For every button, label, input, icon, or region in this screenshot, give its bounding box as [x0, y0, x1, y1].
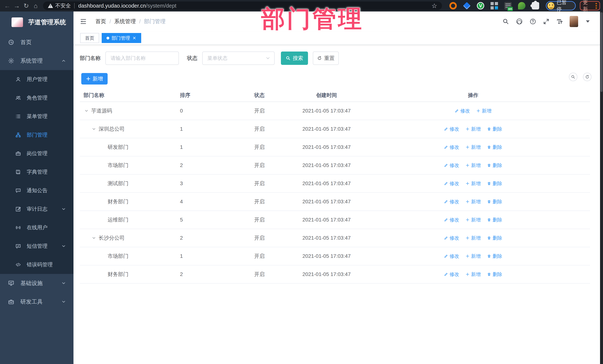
refresh-table-button[interactable]	[583, 73, 591, 81]
row-delete-link[interactable]: 删除	[487, 271, 502, 278]
toggle-search-button[interactable]	[569, 73, 577, 81]
row-delete-link[interactable]: 删除	[487, 180, 502, 187]
row-delete-link[interactable]: 删除	[487, 217, 502, 223]
sidebar-item-13[interactable]: 基础设施	[0, 274, 73, 292]
row-add-link[interactable]: 新增	[465, 271, 481, 278]
browser-reload-icon[interactable]: ↻	[22, 1, 31, 10]
sidebar-item-label: 在线用户	[27, 224, 47, 231]
sidebar-item-1[interactable]: 系统管理	[0, 52, 73, 70]
expand-caret-icon[interactable]	[92, 236, 96, 240]
row-edit-link[interactable]: 修改	[444, 180, 459, 187]
dept-created: 2021-01-05 17:03:47	[297, 180, 356, 187]
sidebar-item-9[interactable]: 审计日志	[0, 200, 73, 218]
table-body: 芋道源码0开启2021-01-05 17:03:47修改新增深圳总公司1开启20…	[80, 102, 590, 284]
search-button[interactable]: 搜索	[281, 52, 308, 65]
sidebar-item-8[interactable]: 通知公告	[0, 181, 73, 200]
expand-caret-icon[interactable]	[84, 109, 89, 113]
browser-back-icon[interactable]: ←	[3, 1, 12, 10]
gear-icon	[7, 58, 15, 64]
row-delete-link[interactable]: 删除	[487, 126, 502, 132]
avatar-caret-icon[interactable]	[586, 20, 590, 22]
expand-caret-icon[interactable]	[92, 127, 96, 131]
sidebar-item-11[interactable]: 短信管理	[0, 237, 73, 255]
row-actions: 修改新增删除	[356, 217, 590, 223]
dept-name-input[interactable]: 请输入部门名称	[105, 52, 179, 65]
sidebar-item-3[interactable]: 角色管理	[0, 88, 73, 107]
row-add-link[interactable]: 新增	[465, 253, 481, 259]
extension-green-icon[interactable]: V	[477, 2, 484, 10]
status-select[interactable]: 菜单状态	[202, 52, 275, 65]
sidebar-item-12[interactable]: 错误码管理	[0, 255, 73, 274]
sidebar-item-2[interactable]: 用户管理	[0, 70, 73, 88]
row-add-link[interactable]: 新增	[465, 126, 481, 132]
row-edit-link[interactable]: 修改	[444, 126, 459, 132]
row-add-link[interactable]: 新增	[465, 199, 481, 205]
sidebar-item-4[interactable]: 菜单管理	[0, 107, 73, 126]
page-scrollbar-thumb[interactable]	[600, 12, 603, 92]
bookmark-star-icon[interactable]: ☆	[431, 2, 437, 10]
row-add-link[interactable]: 新增	[465, 180, 481, 187]
extension-gem-icon[interactable]	[463, 2, 471, 10]
row-delete-link[interactable]: 删除	[487, 235, 502, 241]
header-search-icon[interactable]	[502, 18, 509, 25]
row-add-link[interactable]: 新增	[465, 235, 481, 241]
add-button[interactable]: 新增	[81, 73, 108, 85]
sidebar-item-0[interactable]: 首页	[0, 33, 73, 52]
browser-forward-icon[interactable]: →	[12, 1, 22, 10]
app-logo[interactable]: 芋道管理系统	[0, 11, 73, 33]
row-edit-link[interactable]: 修改	[444, 235, 459, 241]
row-add-link[interactable]: 新增	[476, 108, 491, 114]
row-delete-link[interactable]: 删除	[487, 253, 502, 259]
row-delete-link[interactable]: 删除	[487, 162, 502, 169]
dept-created: 2021-01-05 17:03:47	[297, 235, 356, 241]
help-icon[interactable]	[530, 18, 536, 25]
github-icon[interactable]	[516, 18, 523, 25]
row-edit-link[interactable]: 修改	[444, 271, 459, 278]
browser-home-icon[interactable]: ⌂	[31, 1, 40, 10]
address-bar[interactable]: ! 不安全 dashboard.yudao.iocoder.cn/system/…	[43, 1, 442, 10]
sidebar-item-14[interactable]: 研发工具	[0, 292, 73, 311]
sidebar-item-7[interactable]: 字典管理	[0, 163, 73, 181]
font-size-icon[interactable]	[556, 18, 563, 25]
row-edit-link[interactable]: 修改	[455, 108, 470, 114]
sidebar-item-5[interactable]: 部门管理	[0, 126, 73, 144]
table-row-8: 市场部门1开启2021-01-05 17:03:47修改新增删除	[80, 247, 590, 265]
sidebar-item-6[interactable]: 岗位管理	[0, 144, 73, 163]
browser-update-button[interactable]: 更新	[580, 1, 600, 10]
browser-menu-icon[interactable]	[596, 3, 597, 9]
browser-profile-button[interactable]: 已暂停	[546, 1, 576, 10]
hamburger-icon[interactable]	[80, 18, 87, 25]
filter-form: 部门名称 请输入部门名称 状态 菜单状态 搜索 重置	[80, 52, 339, 65]
column-header-2: 状态	[251, 92, 297, 99]
row-delete-link[interactable]: 删除	[487, 199, 502, 205]
row-add-link[interactable]: 新增	[465, 217, 481, 223]
monitor-icon	[7, 280, 15, 286]
user-avatar[interactable]	[570, 16, 578, 27]
extension-grid-icon[interactable]	[491, 2, 498, 10]
chevron-down-icon	[61, 207, 66, 211]
row-add-link[interactable]: 新增	[465, 144, 481, 151]
row-edit-link[interactable]: 修改	[444, 217, 459, 223]
dept-sort: 4	[176, 199, 251, 205]
extension-on-badge-icon[interactable]	[504, 2, 512, 10]
row-edit-link[interactable]: 修改	[444, 253, 459, 259]
row-delete-link[interactable]: 删除	[487, 144, 502, 151]
reset-button[interactable]: 重置	[313, 52, 339, 65]
page-scrollbar[interactable]	[600, 11, 603, 364]
fullscreen-icon[interactable]	[543, 18, 550, 25]
row-edit-link[interactable]: 修改	[444, 199, 459, 205]
extensions-puzzle-icon[interactable]	[532, 2, 539, 10]
extension-leaf-icon[interactable]	[518, 2, 525, 10]
breadcrumb-item-1[interactable]: 系统管理	[114, 18, 136, 25]
row-edit-link[interactable]: 修改	[444, 144, 459, 151]
tab-0[interactable]: 首页	[80, 33, 99, 43]
dept-name: 测试部门	[108, 180, 128, 187]
row-add-link[interactable]: 新增	[465, 162, 481, 169]
sidebar-item-10[interactable]: 在线用户	[0, 218, 73, 237]
tab-1[interactable]: 部门管理	[102, 33, 141, 43]
row-edit-link[interactable]: 修改	[444, 162, 459, 169]
breadcrumb-item-0[interactable]: 首页	[95, 18, 106, 25]
close-icon[interactable]	[132, 36, 136, 40]
extension-orange-icon[interactable]	[449, 2, 457, 10]
trash-icon	[487, 218, 491, 222]
